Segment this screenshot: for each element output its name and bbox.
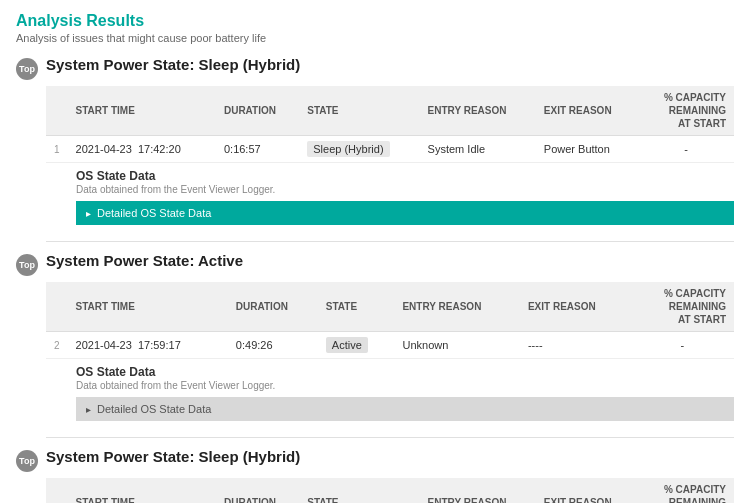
os-state-subtitle-1: Data obtained from the Event Viewer Logg… [76, 184, 734, 195]
os-state-block-1: OS State Data Data obtained from the Eve… [76, 169, 734, 225]
col-start-2: START TIME [68, 282, 228, 332]
section-3-table: START TIME DURATION STATE ENTRY REASON E… [46, 478, 734, 503]
section-1-title: System Power State: Sleep (Hybrid) [46, 56, 300, 73]
row-capacity: - [638, 136, 734, 163]
col-exit-1: EXIT REASON [536, 86, 639, 136]
page-title: Analysis Results [16, 12, 734, 30]
col-state-3: STATE [299, 478, 419, 503]
row-num: 1 [46, 136, 68, 163]
col-capacity-2: % CAPACITYREMAININGAT START [631, 282, 734, 332]
col-entry-3: ENTRY REASON [420, 478, 536, 503]
col-num-1 [46, 86, 68, 136]
col-start-1: START TIME [68, 86, 216, 136]
col-exit-2: EXIT REASON [520, 282, 631, 332]
row-duration: 0:16:57 [216, 136, 299, 163]
os-state-block-2: OS State Data Data obtained from the Eve… [76, 365, 734, 421]
section-2: Top System Power State: Active START TIM… [16, 252, 734, 421]
row-duration: 0:49:26 [228, 332, 318, 359]
section-2-table: START TIME DURATION STATE ENTRY REASON E… [46, 282, 734, 359]
col-num-3 [46, 478, 68, 503]
os-state-title-1: OS State Data [76, 169, 734, 183]
detail-button-1[interactable]: ▸ Detailed OS State Data [76, 201, 734, 225]
arrow-icon-1: ▸ [86, 208, 91, 219]
row-start-time: 2021-04-23 17:59:17 [68, 332, 228, 359]
section-2-header: Top System Power State: Active [16, 252, 734, 276]
section-1-table: START TIME DURATION STATE ENTRY REASON E… [46, 86, 734, 163]
row-exit-reason: ---- [520, 332, 631, 359]
row-capacity: - [631, 332, 734, 359]
os-state-subtitle-2: Data obtained from the Event Viewer Logg… [76, 380, 734, 391]
col-entry-1: ENTRY REASON [420, 86, 536, 136]
row-start-time: 2021-04-23 17:42:20 [68, 136, 216, 163]
section-1-thead-row: START TIME DURATION STATE ENTRY REASON E… [46, 86, 734, 136]
col-exit-3: EXIT REASON [536, 478, 639, 503]
section-1: Top System Power State: Sleep (Hybrid) S… [16, 56, 734, 225]
col-state-2: STATE [318, 282, 395, 332]
col-state-1: STATE [299, 86, 419, 136]
divider-1 [46, 241, 734, 242]
divider-2 [46, 437, 734, 438]
section-3-table-wrapper: START TIME DURATION STATE ENTRY REASON E… [46, 478, 734, 503]
detail-button-2[interactable]: ▸ Detailed OS State Data [76, 397, 734, 421]
detail-button-label-1: Detailed OS State Data [97, 207, 211, 219]
col-capacity-3: % CAPACITYREMAININGAT START [638, 478, 734, 503]
row-entry-reason: System Idle [420, 136, 536, 163]
col-duration-1: DURATION [216, 86, 299, 136]
top-badge-3: Top [16, 450, 38, 472]
os-state-title-2: OS State Data [76, 365, 734, 379]
row-entry-reason: Unknown [394, 332, 520, 359]
section-1-header: Top System Power State: Sleep (Hybrid) [16, 56, 734, 80]
page-container: Analysis Results Analysis of issues that… [0, 0, 750, 503]
row-exit-reason: Power Button [536, 136, 639, 163]
section-1-table-wrapper: START TIME DURATION STATE ENTRY REASON E… [46, 86, 734, 225]
section-2-thead-row: START TIME DURATION STATE ENTRY REASON E… [46, 282, 734, 332]
page-subtitle: Analysis of issues that might cause poor… [16, 32, 734, 44]
section-2-table-wrapper: START TIME DURATION STATE ENTRY REASON E… [46, 282, 734, 421]
section-3-header: Top System Power State: Sleep (Hybrid) [16, 448, 734, 472]
col-duration-3: DURATION [216, 478, 299, 503]
detail-button-label-2: Detailed OS State Data [97, 403, 211, 415]
row-num: 2 [46, 332, 68, 359]
row-state: Active [318, 332, 395, 359]
col-capacity-1: % CAPACITYREMAININGAT START [638, 86, 734, 136]
section-3-title: System Power State: Sleep (Hybrid) [46, 448, 300, 465]
col-entry-2: ENTRY REASON [394, 282, 520, 332]
col-duration-2: DURATION [228, 282, 318, 332]
col-num-2 [46, 282, 68, 332]
table-row: 1 2021-04-23 17:42:20 0:16:57 Sleep (Hyb… [46, 136, 734, 163]
section-3-thead-row: START TIME DURATION STATE ENTRY REASON E… [46, 478, 734, 503]
table-row: 2 2021-04-23 17:59:17 0:49:26 Active Unk… [46, 332, 734, 359]
row-state: Sleep (Hybrid) [299, 136, 419, 163]
col-start-3: START TIME [68, 478, 216, 503]
top-badge-2: Top [16, 254, 38, 276]
top-badge-1: Top [16, 58, 38, 80]
section-2-title: System Power State: Active [46, 252, 243, 269]
section-3: Top System Power State: Sleep (Hybrid) S… [16, 448, 734, 503]
arrow-icon-2: ▸ [86, 404, 91, 415]
